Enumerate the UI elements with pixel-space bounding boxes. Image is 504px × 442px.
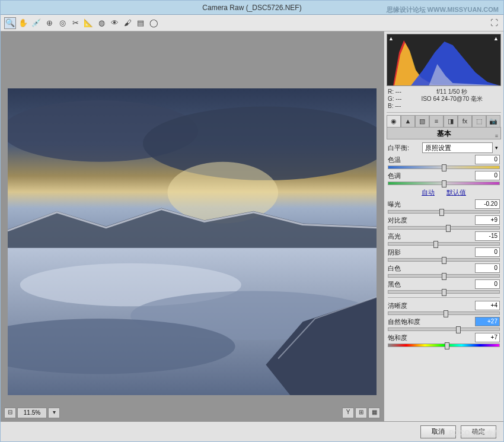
panel-menu-icon[interactable]: ≡ bbox=[495, 130, 498, 142]
whites-slider[interactable] bbox=[388, 274, 500, 278]
shadows-label: 阴影 bbox=[388, 248, 422, 257]
tab-basic[interactable]: ◉ bbox=[387, 115, 401, 127]
temp-label: 色温 bbox=[388, 155, 422, 164]
tint-slider[interactable] bbox=[388, 182, 500, 185]
exif-r: R: --- bbox=[388, 88, 401, 96]
wb-select[interactable]: 原照设置 bbox=[422, 142, 493, 153]
fullscreen-icon[interactable]: ⛶ bbox=[488, 17, 500, 29]
clarity-value[interactable]: +4 bbox=[475, 301, 500, 310]
saturation-label: 饱和度 bbox=[388, 333, 422, 342]
zoom-out-button[interactable]: ⊟ bbox=[4, 408, 16, 418]
exif-iso-lens: ISO 64 24-70@70 毫米 bbox=[404, 96, 500, 103]
wb-label: 白平衡: bbox=[388, 144, 422, 152]
graduated-filter-tool[interactable]: ▤ bbox=[135, 17, 146, 29]
highlights-slider[interactable] bbox=[388, 242, 500, 246]
blacks-value[interactable]: 0 bbox=[475, 279, 500, 289]
zoom-tool[interactable]: 🔍 bbox=[4, 17, 16, 29]
tint-value[interactable]: 0 bbox=[475, 171, 500, 180]
white-balance-tool[interactable]: 💉 bbox=[30, 17, 42, 29]
exposure-label: 曝光 bbox=[388, 200, 422, 209]
exif-g: G: --- bbox=[388, 96, 401, 103]
vibrance-slider[interactable] bbox=[388, 327, 500, 331]
contrast-slider[interactable] bbox=[388, 226, 500, 230]
radial-filter-tool[interactable]: ◯ bbox=[148, 17, 160, 29]
shadow-clip-icon[interactable]: ▲ bbox=[388, 36, 394, 42]
straighten-tool[interactable]: 📐 bbox=[82, 17, 94, 29]
tab-lens[interactable]: fx bbox=[458, 115, 472, 127]
tab-curve[interactable]: ▲ bbox=[401, 115, 415, 127]
tab-camera[interactable]: 📷 bbox=[486, 115, 500, 127]
panel-tabs: ◉▲▧≡◨fx⬚📷 bbox=[387, 115, 501, 128]
saturation-value[interactable]: +7 bbox=[475, 333, 500, 342]
auto-link[interactable]: 自动 bbox=[422, 189, 435, 196]
panel-title: 基本 ≡ bbox=[387, 128, 501, 139]
spot-removal-tool[interactable]: ◍ bbox=[95, 17, 107, 29]
titlebar: Camera Raw (_DSC5726.NEF) 思缘设计论坛 WWW.MIS… bbox=[1, 1, 503, 15]
clarity-label: 清晰度 bbox=[388, 301, 422, 310]
exposure-slider[interactable] bbox=[388, 210, 500, 214]
contrast-value[interactable]: +9 bbox=[475, 215, 500, 225]
view-icon[interactable]: ▦ bbox=[368, 408, 380, 418]
exif-info: R: --- G: --- B: --- f/11 1/50 秒 ISO 64 … bbox=[387, 87, 501, 113]
window-title: Camera Raw (_DSC5726.NEF) bbox=[202, 4, 301, 12]
temp-value[interactable]: 0 bbox=[475, 155, 500, 164]
hand-tool[interactable]: ✋ bbox=[17, 17, 29, 29]
whites-label: 白色 bbox=[388, 264, 422, 273]
shadows-slider[interactable] bbox=[388, 258, 500, 262]
default-link[interactable]: 默认值 bbox=[446, 189, 466, 196]
vibrance-label: 自然饱和度 bbox=[388, 317, 422, 326]
zoom-dropdown[interactable]: ▾ bbox=[48, 408, 60, 418]
tab-hsl[interactable]: ≡ bbox=[429, 115, 444, 127]
color-sampler-tool[interactable]: ⊕ bbox=[43, 17, 55, 29]
preview-canvas[interactable] bbox=[8, 88, 377, 395]
ok-button[interactable]: 确定 bbox=[461, 425, 496, 438]
bottom-bar: 取消 确定 bbox=[1, 421, 503, 441]
tab-split[interactable]: ◨ bbox=[444, 115, 458, 127]
blacks-label: 黑色 bbox=[388, 280, 422, 289]
clarity-slider[interactable] bbox=[388, 311, 500, 315]
tab-detail[interactable]: ▧ bbox=[415, 115, 429, 127]
zoom-level[interactable]: 11.5% bbox=[17, 408, 47, 418]
histogram[interactable]: ▲ ▲ bbox=[387, 34, 501, 86]
highlight-clip-icon[interactable]: ▲ bbox=[493, 36, 499, 42]
side-panel: ▲ ▲ R: --- G: --- B: --- f/11 1/50 秒 I bbox=[384, 31, 503, 421]
exif-aperture-shutter: f/11 1/50 秒 bbox=[404, 88, 500, 96]
saturation-slider[interactable] bbox=[388, 344, 500, 347]
targeted-adjust-tool[interactable]: ◎ bbox=[56, 17, 68, 29]
tab-effects[interactable]: ⬚ bbox=[472, 115, 486, 127]
exif-b: B: --- bbox=[388, 103, 401, 110]
vibrance-value[interactable]: +27 bbox=[475, 317, 500, 326]
whites-value[interactable]: 0 bbox=[475, 263, 500, 273]
filter-icon[interactable]: Y bbox=[342, 408, 354, 418]
crop-tool[interactable]: ✂ bbox=[69, 17, 81, 29]
exposure-value[interactable]: -0.20 bbox=[475, 199, 500, 209]
redeye-tool[interactable]: 👁 bbox=[109, 17, 120, 29]
highlights-value[interactable]: -15 bbox=[475, 231, 500, 241]
temp-slider[interactable] bbox=[388, 166, 500, 169]
chevron-down-icon[interactable]: ▾ bbox=[493, 145, 500, 151]
blacks-slider[interactable] bbox=[388, 290, 500, 294]
watermark-top: 思缘设计论坛 WWW.MISSYUAN.COM bbox=[387, 2, 499, 17]
preview-pane: ⊟ 11.5% ▾ Y ⊞ ▦ bbox=[1, 31, 384, 421]
toolbar: 🔍✋💉⊕◎✂📐◍👁🖌▤◯ ⛶ bbox=[1, 15, 503, 31]
tint-label: 色调 bbox=[388, 171, 422, 180]
shadows-value[interactable]: 0 bbox=[475, 247, 500, 257]
cancel-button[interactable]: 取消 bbox=[420, 425, 456, 438]
adjustment-brush-tool[interactable]: 🖌 bbox=[122, 17, 133, 29]
compare-icon[interactable]: ⊞ bbox=[355, 408, 367, 418]
contrast-label: 对比度 bbox=[388, 216, 422, 225]
highlights-label: 高光 bbox=[388, 232, 422, 241]
